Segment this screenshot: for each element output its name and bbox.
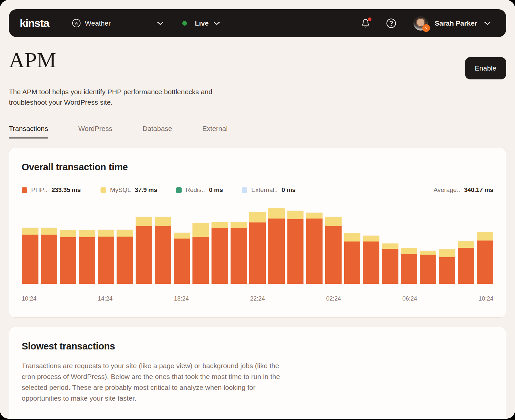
bar-segment-mysql bbox=[325, 217, 342, 226]
tab-database[interactable]: Database bbox=[143, 125, 172, 138]
enable-button[interactable]: Enable bbox=[465, 57, 506, 79]
chart-bar bbox=[135, 217, 152, 284]
chart-bar bbox=[22, 227, 39, 284]
chart-bars bbox=[22, 208, 493, 284]
chart-bar bbox=[98, 229, 115, 284]
average-label: Average:: bbox=[434, 186, 460, 194]
chart-bar bbox=[401, 248, 418, 284]
bar-segment-mysql bbox=[438, 249, 456, 257]
legend-label: MySQL bbox=[110, 186, 131, 194]
chart-bar bbox=[306, 212, 323, 284]
live-status-dot bbox=[182, 21, 187, 26]
environment-selector-dropdown[interactable]: Live bbox=[182, 19, 220, 27]
chart-bar bbox=[382, 243, 399, 284]
bar-segment-mysql bbox=[458, 241, 475, 248]
x-tick-label: 10:24 bbox=[479, 295, 493, 302]
chart-x-axis: 10:2414:2418:2422:2402:2406:2410:24 bbox=[22, 295, 493, 302]
bar-segment-php bbox=[363, 242, 380, 284]
page: kinsta W Weather Live bbox=[0, 0, 515, 419]
overall-card-title: Overall transaction time bbox=[22, 162, 493, 173]
bar-segment-mysql bbox=[249, 212, 266, 222]
legend: PHP::233.35 msMySQL37.9 msRedis::0 msExt… bbox=[22, 186, 296, 194]
tab-external[interactable]: External bbox=[202, 125, 228, 138]
bar-segment-php bbox=[306, 219, 323, 284]
chart-bar bbox=[173, 232, 190, 284]
bar-segment-mysql bbox=[59, 230, 77, 237]
navbar-right: Sarah Parker bbox=[360, 16, 491, 31]
site-selector-dropdown[interactable]: W Weather bbox=[72, 19, 164, 28]
legend-average: Average:: 340.17 ms bbox=[434, 186, 493, 194]
legend-value: 233.35 ms bbox=[52, 186, 81, 194]
legend-value: 0 ms bbox=[281, 186, 296, 194]
bar-segment-php bbox=[192, 237, 209, 284]
bar-segment-php bbox=[268, 219, 285, 284]
bar-segment-php bbox=[41, 235, 58, 284]
bar-segment-php bbox=[401, 254, 418, 284]
slowest-card-description: Transactions are requests to your site (… bbox=[22, 360, 291, 404]
chart-bar bbox=[344, 233, 361, 284]
chart-bar bbox=[59, 230, 77, 284]
chart-bar bbox=[477, 232, 494, 284]
overall-transaction-card: Overall transaction time PHP::233.35 msM… bbox=[9, 148, 506, 318]
bar-segment-mysql bbox=[211, 222, 228, 228]
bar-segment-php bbox=[173, 239, 190, 284]
bar-segment-php bbox=[98, 237, 115, 284]
legend-label: PHP:: bbox=[31, 186, 48, 194]
chart-bar bbox=[458, 241, 475, 284]
legend-item-redis: Redis::0 ms bbox=[176, 186, 242, 194]
user-menu[interactable]: Sarah Parker bbox=[414, 16, 491, 31]
page-header: APM Enable bbox=[9, 49, 506, 79]
notifications-button[interactable] bbox=[360, 18, 371, 29]
svg-text:W: W bbox=[74, 21, 78, 26]
bar-segment-mysql bbox=[344, 233, 361, 242]
bar-segment-mysql bbox=[116, 229, 133, 237]
wordpress-icon: W bbox=[72, 19, 81, 28]
page-title: APM bbox=[9, 49, 56, 71]
legend-item-external: External::0 ms bbox=[242, 186, 296, 194]
chart-bar bbox=[419, 250, 437, 284]
legend-item-mysql: MySQL37.9 ms bbox=[101, 186, 176, 194]
bar-segment-mysql bbox=[154, 217, 171, 226]
chart-bar bbox=[249, 212, 266, 284]
notification-badge bbox=[368, 17, 371, 21]
bar-segment-php bbox=[230, 228, 247, 284]
legend-swatch bbox=[176, 187, 182, 193]
bar-segment-php bbox=[135, 226, 152, 284]
site-selector-label: Weather bbox=[85, 19, 111, 27]
top-navbar: kinsta W Weather Live bbox=[9, 9, 506, 37]
bar-segment-php bbox=[154, 226, 171, 284]
bar-segment-php bbox=[211, 228, 228, 284]
bar-segment-php bbox=[287, 219, 304, 284]
bar-segment-mysql bbox=[135, 217, 152, 226]
lightning-badge-icon bbox=[422, 24, 430, 32]
tab-transactions[interactable]: Transactions bbox=[9, 125, 48, 138]
x-tick-label: 06:24 bbox=[402, 295, 417, 302]
chart-bar bbox=[287, 210, 304, 284]
bar-segment-php bbox=[382, 249, 399, 284]
x-tick-label: 14:24 bbox=[98, 295, 113, 302]
bar-segment-php bbox=[249, 222, 266, 284]
x-tick-label: 02:24 bbox=[326, 295, 341, 302]
bar-segment-mysql bbox=[230, 221, 247, 228]
bar-segment-mysql bbox=[477, 232, 494, 241]
legend-value: 37.9 ms bbox=[135, 186, 157, 194]
main-content: APM Enable The APM tool helps you identi… bbox=[9, 49, 506, 419]
bar-segment-mysql bbox=[98, 229, 115, 237]
chevron-down-icon bbox=[157, 21, 164, 25]
legend-row: PHP::233.35 msMySQL37.9 msRedis::0 msExt… bbox=[22, 186, 493, 194]
bar-segment-php bbox=[59, 237, 77, 284]
bar-segment-php bbox=[477, 241, 494, 284]
bar-segment-mysql bbox=[78, 230, 96, 237]
bar-segment-mysql bbox=[363, 235, 380, 242]
tab-wordpress[interactable]: WordPress bbox=[78, 125, 112, 138]
help-button[interactable] bbox=[386, 18, 396, 29]
chart-bar bbox=[192, 223, 209, 284]
slowest-transactions-card: Slowest transactions Transactions are re… bbox=[9, 327, 506, 419]
chart-bar bbox=[268, 208, 285, 284]
chart-bar bbox=[211, 222, 228, 284]
bar-segment-php bbox=[22, 235, 39, 284]
bar-segment-mysql bbox=[41, 227, 58, 235]
bar-segment-php bbox=[438, 257, 456, 284]
bar-segment-mysql bbox=[268, 208, 285, 219]
kinsta-logo: kinsta bbox=[20, 17, 49, 30]
